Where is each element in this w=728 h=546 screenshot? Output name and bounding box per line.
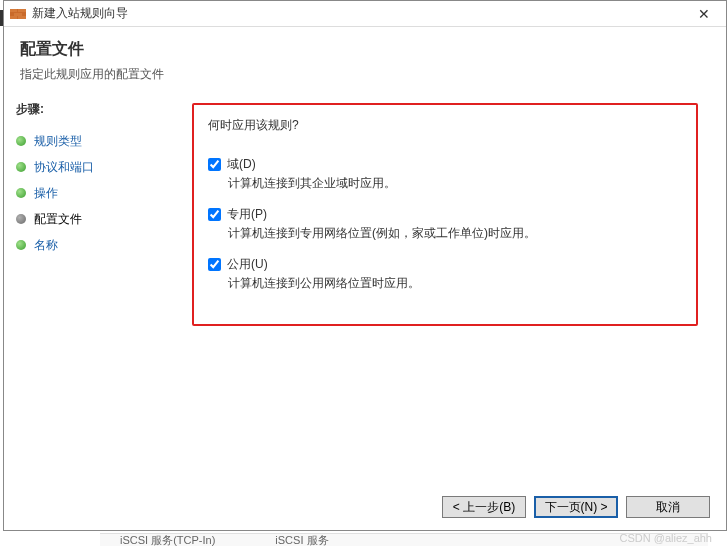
checkbox-private-desc: 计算机连接到专用网络位置(例如，家或工作单位)时应用。 (228, 225, 682, 242)
bullet-icon (16, 240, 26, 250)
bullet-icon (16, 188, 26, 198)
svg-rect-4 (10, 16, 17, 19)
page-title: 配置文件 (20, 39, 710, 60)
profile-public-group: 公用(U) 计算机连接到公用网络位置时应用。 (208, 256, 682, 292)
checkbox-private-label[interactable]: 专用(P) (227, 206, 267, 223)
step-rule-type[interactable]: 规则类型 (16, 128, 186, 154)
step-protocol-ports[interactable]: 协议和端口 (16, 154, 186, 180)
svg-rect-3 (14, 13, 22, 16)
bullet-icon (16, 214, 26, 224)
question-text: 何时应用该规则? (208, 117, 682, 134)
checkbox-domain[interactable] (208, 158, 221, 171)
checkbox-public[interactable] (208, 258, 221, 271)
svg-rect-5 (18, 16, 26, 19)
steps-sidebar: 步骤: 规则类型 协议和端口 操作 配置文件 名称 (4, 97, 186, 326)
background-list-row: iSCSI 服务(TCP-In) iSCSI 服务 (100, 533, 708, 546)
wizard-header: 配置文件 指定此规则应用的配置文件 (4, 27, 726, 97)
firewall-icon (10, 6, 26, 22)
checkbox-public-label[interactable]: 公用(U) (227, 256, 268, 273)
next-button[interactable]: 下一页(N) > (534, 496, 618, 518)
watermark: CSDN @aliez_ahh (620, 532, 713, 544)
cancel-button[interactable]: 取消 (626, 496, 710, 518)
back-button[interactable]: < 上一步(B) (442, 496, 526, 518)
bullet-icon (16, 162, 26, 172)
bg-cell: iSCSI 服务 (275, 533, 328, 546)
bullet-icon (16, 136, 26, 146)
wizard-footer: < 上一步(B) 下一页(N) > 取消 (442, 496, 710, 518)
wizard-main: 何时应用该规则? 域(D) 计算机连接到其企业域时应用。 专用(P) 计算机连接… (186, 97, 726, 326)
step-profile[interactable]: 配置文件 (16, 206, 186, 232)
step-label: 名称 (34, 237, 58, 254)
step-label: 规则类型 (34, 133, 82, 150)
checkbox-domain-label[interactable]: 域(D) (227, 156, 256, 173)
window-title: 新建入站规则向导 (32, 5, 688, 22)
close-button[interactable]: ✕ (688, 2, 720, 26)
steps-heading: 步骤: (16, 101, 186, 118)
svg-rect-1 (10, 9, 17, 12)
step-label: 操作 (34, 185, 58, 202)
step-name[interactable]: 名称 (16, 232, 186, 258)
page-description: 指定此规则应用的配置文件 (20, 66, 710, 83)
highlighted-area: 何时应用该规则? 域(D) 计算机连接到其企业域时应用。 专用(P) 计算机连接… (192, 103, 698, 326)
profile-private-group: 专用(P) 计算机连接到专用网络位置(例如，家或工作单位)时应用。 (208, 206, 682, 242)
step-label: 协议和端口 (34, 159, 94, 176)
step-label: 配置文件 (34, 211, 82, 228)
checkbox-domain-desc: 计算机连接到其企业域时应用。 (228, 175, 682, 192)
checkbox-public-desc: 计算机连接到公用网络位置时应用。 (228, 275, 682, 292)
titlebar: 新建入站规则向导 ✕ (4, 1, 726, 27)
profile-domain-group: 域(D) 计算机连接到其企业域时应用。 (208, 156, 682, 192)
bg-cell: iSCSI 服务(TCP-In) (120, 533, 215, 546)
svg-rect-2 (18, 9, 26, 12)
checkbox-private[interactable] (208, 208, 221, 221)
step-action[interactable]: 操作 (16, 180, 186, 206)
dialog-window: 新建入站规则向导 ✕ 配置文件 指定此规则应用的配置文件 步骤: 规则类型 协议… (3, 0, 727, 531)
